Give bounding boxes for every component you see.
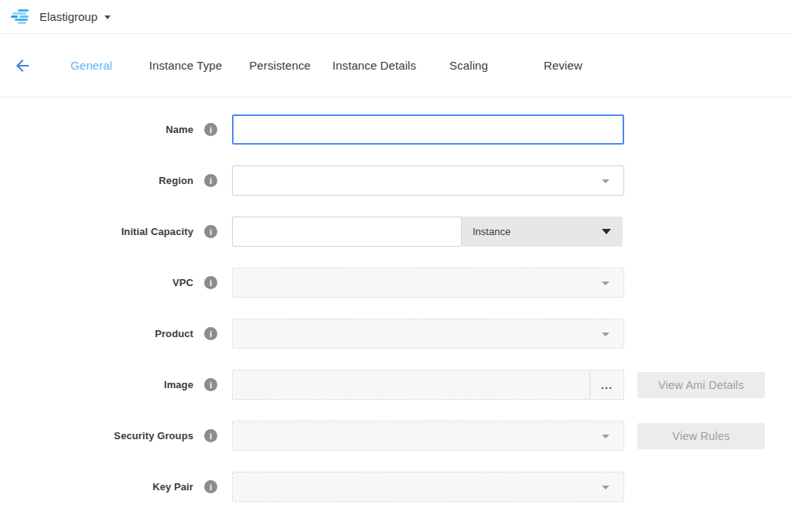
image-browse-button[interactable]: ... [589,370,623,399]
key-pair-label: Key Pair [0,481,193,493]
app-switcher-caret-icon[interactable] [104,15,111,19]
key-pair-select [232,472,624,502]
general-settings-form: Name i Region i Initial Capacity i Insta… [0,97,792,502]
region-info-icon[interactable]: i [204,174,217,187]
top-bar: Elastigroup [0,0,792,34]
security-groups-field-row: Security Groups i View Rules [0,421,792,451]
view-ami-details-button[interactable]: View Ami Details [637,372,765,398]
elastigroup-logo-icon [11,9,31,26]
security-groups-select [232,421,624,451]
chevron-down-icon [602,281,609,285]
region-label: Region [0,175,193,186]
name-label: Name [0,124,193,135]
vpc-label: VPC [0,277,193,288]
image-label: Image [0,379,193,390]
region-select[interactable] [232,165,624,196]
vpc-info-icon[interactable]: i [204,276,217,289]
initial-capacity-label: Initial Capacity [0,226,193,237]
initial-capacity-input[interactable] [232,217,462,247]
name-input[interactable] [232,114,624,145]
chevron-down-icon [602,229,611,234]
image-input: ... [232,370,624,400]
region-field-row: Region i [0,165,792,196]
key-pair-field-row: Key Pair i [0,472,792,502]
chevron-down-icon [602,435,609,438]
tab-persistence[interactable]: Persistence [233,59,327,72]
back-button[interactable] [0,56,44,75]
initial-capacity-field-row: Initial Capacity i Instance [0,217,792,247]
tab-instance-details[interactable]: Instance Details [327,59,422,72]
product-info-icon[interactable]: i [204,327,217,340]
vpc-select [232,268,624,298]
tab-scaling[interactable]: Scaling [422,59,516,72]
capacity-unit-select[interactable]: Instance [462,217,623,247]
chevron-down-icon [602,332,609,336]
view-rules-button[interactable]: View Rules [637,423,765,449]
security-groups-info-icon[interactable]: i [204,429,217,442]
wizard-tab-bar: General Instance Type Persistence Instan… [0,34,792,97]
name-info-icon[interactable]: i [204,123,217,136]
initial-capacity-info-icon[interactable]: i [204,225,217,238]
capacity-unit-value: Instance [473,226,510,237]
product-select [232,319,624,349]
name-field-row: Name i [0,114,792,145]
image-input-value [233,370,589,399]
vpc-field-row: VPC i [0,268,792,298]
tab-review[interactable]: Review [516,59,610,72]
app-title: Elastigroup [39,10,97,23]
chevron-down-icon [602,486,609,489]
image-info-icon[interactable]: i [204,378,217,391]
tab-general[interactable]: General [44,59,138,72]
key-pair-info-icon[interactable]: i [204,480,217,493]
product-label: Product [0,328,193,339]
back-arrow-icon [13,56,32,75]
security-groups-label: Security Groups [0,430,193,442]
chevron-down-icon [602,179,609,183]
image-field-row: Image i ... View Ami Details [0,370,792,400]
product-field-row: Product i [0,319,792,349]
tab-instance-type[interactable]: Instance Type [138,59,233,72]
